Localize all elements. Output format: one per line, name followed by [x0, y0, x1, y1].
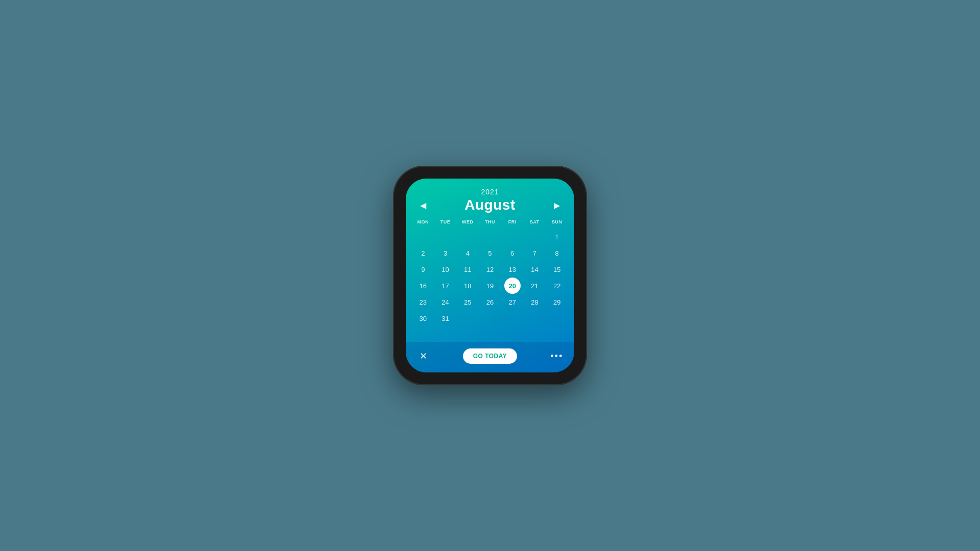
day-cell [415, 229, 431, 245]
days-grid: 1234567891011121314151617181920212223242… [412, 229, 568, 327]
day-cell [504, 310, 521, 327]
day-cell[interactable]: 17 [437, 278, 454, 294]
day-cell [526, 310, 543, 327]
day-cell [504, 229, 521, 245]
day-headers: MON TUE WED THU FRI SAT SUN [412, 217, 568, 227]
more-options-button[interactable]: ••• [548, 347, 566, 365]
day-cell[interactable]: 14 [526, 261, 543, 278]
day-cell[interactable]: 31 [437, 310, 454, 327]
day-cell[interactable]: 11 [459, 261, 476, 278]
day-header-tue: TUE [434, 217, 457, 227]
day-cell[interactable]: 4 [459, 245, 476, 261]
calendar-footer: ✕ GO TODAY ••• [406, 342, 574, 372]
day-cell[interactable]: 16 [415, 278, 431, 294]
day-cell [549, 310, 565, 327]
calendar-month-row: ◀ August ▶ [416, 197, 564, 213]
device-outer: 2021 ◀ August ▶ MON TUE WED THU FRI SAT … [393, 166, 587, 385]
day-cell [482, 229, 498, 245]
day-cell[interactable]: 15 [549, 261, 565, 278]
day-header-mon: MON [412, 217, 434, 227]
day-cell[interactable]: 10 [437, 261, 454, 278]
day-cell[interactable]: 7 [526, 245, 543, 261]
day-cell[interactable]: 2 [415, 245, 431, 261]
day-header-wed: WED [456, 217, 479, 227]
day-cell[interactable]: 3 [437, 245, 454, 261]
day-cell[interactable]: 20 [504, 278, 521, 294]
day-cell[interactable]: 21 [526, 278, 543, 294]
day-cell[interactable]: 27 [504, 294, 521, 310]
day-cell[interactable]: 30 [415, 310, 431, 327]
calendar-month: August [464, 197, 515, 213]
day-cell[interactable]: 8 [549, 245, 565, 261]
calendar-year: 2021 [416, 188, 564, 196]
day-cell[interactable]: 29 [549, 294, 565, 310]
day-cell [459, 229, 476, 245]
day-cell [459, 310, 476, 327]
day-header-fri: FRI [501, 217, 524, 227]
day-cell[interactable]: 26 [482, 294, 498, 310]
day-header-sun: SUN [546, 217, 568, 227]
calendar-header: 2021 ◀ August ▶ [406, 179, 574, 217]
day-cell[interactable]: 19 [482, 278, 498, 294]
day-cell[interactable]: 9 [415, 261, 431, 278]
day-cell[interactable]: 24 [437, 294, 454, 310]
day-cell [437, 229, 454, 245]
day-header-thu: THU [479, 217, 501, 227]
next-month-button[interactable]: ▶ [550, 198, 564, 212]
day-cell[interactable]: 22 [549, 278, 565, 294]
go-today-button[interactable]: GO TODAY [463, 348, 518, 364]
day-cell [526, 229, 543, 245]
day-cell[interactable]: 13 [504, 261, 521, 278]
day-cell[interactable]: 28 [526, 294, 543, 310]
day-header-sat: SAT [524, 217, 546, 227]
day-cell[interactable]: 25 [459, 294, 476, 310]
day-cell[interactable]: 12 [482, 261, 498, 278]
day-cell[interactable]: 5 [482, 245, 498, 261]
prev-month-button[interactable]: ◀ [416, 198, 430, 212]
close-button[interactable]: ✕ [414, 347, 432, 365]
day-cell[interactable]: 23 [415, 294, 431, 310]
device-screen: 2021 ◀ August ▶ MON TUE WED THU FRI SAT … [406, 179, 574, 372]
day-cell[interactable]: 18 [459, 278, 476, 294]
calendar-grid: MON TUE WED THU FRI SAT SUN 123456789101… [406, 217, 574, 342]
day-cell[interactable]: 6 [504, 245, 521, 261]
day-cell[interactable]: 1 [549, 229, 565, 245]
day-cell [482, 310, 498, 327]
